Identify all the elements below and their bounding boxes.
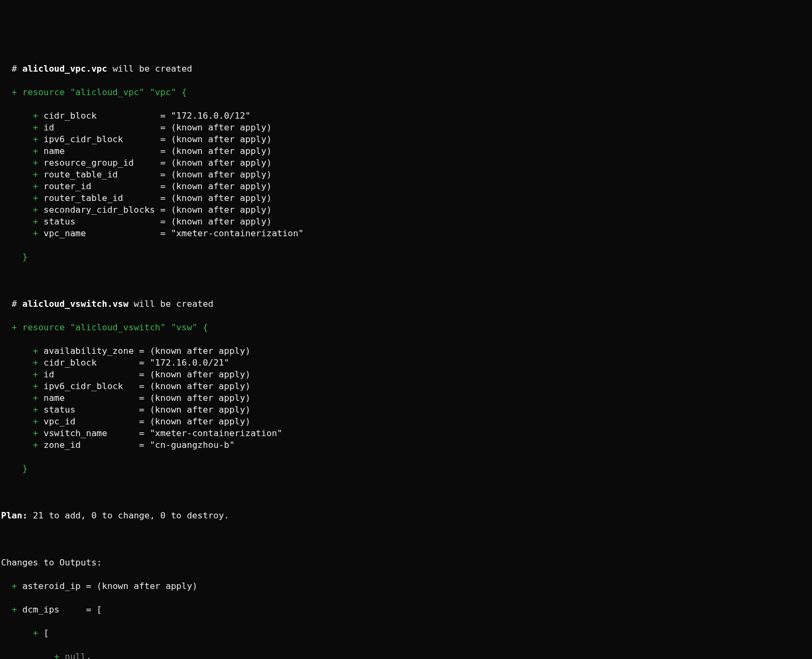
output-dcm-ips: + dcm_ips = [ [1,604,811,616]
attr-row: + vpc_name = "xmeter-containerization" [1,228,811,239]
vsw-header: # alicloud_vswitch.vsw will be created [1,298,811,310]
attr-row: + router_table_id = (known after apply) [1,192,811,204]
attr-row: + id = (known after apply) [1,369,811,381]
attr-row: + zone_id = "cn-guangzhou-b" [1,439,811,451]
vsw-close: } [1,463,811,475]
attr-row: + ipv6_cidr_block = (known after apply) [1,134,811,145]
dcm-null-1: + null, [1,651,811,659]
plan-line: Plan: 21 to add, 0 to change, 0 to destr… [1,510,811,522]
dcm-inner-open: + [ [1,627,811,639]
terminal-output: # alicloud_vpc.vpc will be created + res… [1,51,811,659]
attr-row: + resource_group_id = (known after apply… [1,157,811,169]
output-asteroid-ip: + asteroid_ip = (known after apply) [1,580,811,592]
vsw-attrs: + availability_zone = (known after apply… [1,345,811,451]
attr-row: + name = (known after apply) [1,392,811,404]
attr-row: + availability_zone = (known after apply… [1,345,811,357]
attr-row: + router_id = (known after apply) [1,181,811,192]
attr-row: + ipv6_cidr_block = (known after apply) [1,381,811,392]
vpc-resource-line: + resource "alicloud_vpc" "vpc" { [1,87,811,98]
attr-row: + status = (known after apply) [1,216,811,228]
attr-row: + cidr_block = "172.16.0.0/12" [1,110,811,122]
attr-row: + route_table_id = (known after apply) [1,169,811,181]
attr-row: + vswitch_name = "xmeter-containerizatio… [1,428,811,439]
attr-row: + name = (known after apply) [1,145,811,157]
vpc-attrs: + cidr_block = "172.16.0.0/12" + id = (k… [1,110,811,239]
vpc-close: } [1,251,811,263]
vsw-resource-line: + resource "alicloud_vswitch" "vsw" { [1,322,811,334]
vpc-header: # alicloud_vpc.vpc will be created [1,63,811,75]
attr-row: + vpc_id = (known after apply) [1,416,811,428]
attr-row: + secondary_cidr_blocks = (known after a… [1,204,811,216]
attr-row: + cidr_block = "172.16.0.0/21" [1,357,811,369]
outputs-header: Changes to Outputs: [1,557,811,569]
attr-row: + status = (known after apply) [1,404,811,416]
attr-row: + id = (known after apply) [1,122,811,134]
